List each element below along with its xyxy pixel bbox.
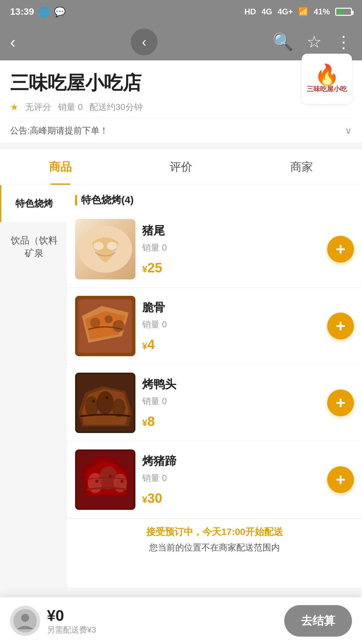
add-to-cart-button[interactable]: + <box>327 236 354 263</box>
svg-point-1 <box>94 242 104 250</box>
product-image-pigtail <box>75 219 135 279</box>
hd-badge: HD <box>244 7 256 16</box>
product-price: ¥8 <box>142 414 320 429</box>
product-sales: 销量 0 <box>142 472 320 484</box>
store-logo: 🔥 三味吃屋小吃 <box>302 54 352 104</box>
svg-point-13 <box>97 391 114 415</box>
product-image-pig-trotter <box>75 449 135 510</box>
product-item: 烤鸭头 销量 0 ¥8 + <box>67 365 362 441</box>
cart-bar: ¥0 另需配送费¥3 去结算 <box>0 597 362 644</box>
product-sales: 销量 0 <box>142 319 320 330</box>
store-name: 三味吃屋小吃店 <box>10 70 352 96</box>
sidebar-item-bbq[interactable]: 特色烧烤 <box>0 185 67 222</box>
svg-point-16 <box>106 396 108 399</box>
star-icon: ★ <box>10 102 18 113</box>
flame-icon: 🔥 <box>307 65 347 85</box>
nav-right: 🔍 ☆ ⋮ <box>273 32 352 52</box>
product-info-pigtail: 猪尾 销量 0 ¥25 <box>142 223 320 275</box>
checkout-button[interactable]: 去结算 <box>284 605 352 637</box>
more-icon[interactable]: ⋮ <box>335 32 352 52</box>
cart-avatar <box>10 606 40 636</box>
nav-left: ‹ <box>10 32 16 52</box>
favorite-icon[interactable]: ☆ <box>307 32 322 52</box>
svg-point-7 <box>90 318 100 328</box>
delivery-notice-bar: 接受预订中，今天17:00开始配送 您当前的位置不在商家配送范围内 <box>67 518 362 560</box>
time-display: 13:39 <box>10 6 34 17</box>
sidebar: 特色烧烤 饮品（饮料矿泉 <box>0 185 67 588</box>
message-icon: 💬 <box>54 6 66 17</box>
tab-merchant[interactable]: 商家 <box>241 149 362 185</box>
add-to-cart-button[interactable]: + <box>327 389 354 416</box>
product-image-crispy-bone <box>75 296 135 356</box>
svg-point-22 <box>95 480 99 483</box>
tab-products[interactable]: 商品 <box>0 149 121 185</box>
svg-point-3 <box>95 249 99 253</box>
status-bar: 13:39 🌐 💬 HD 4G 4G+ 📶 41% <box>0 0 362 23</box>
svg-point-8 <box>105 315 113 323</box>
svg-point-9 <box>113 320 125 332</box>
product-name: 猪尾 <box>142 223 320 238</box>
notice-bar[interactable]: 公告:高峰期请提前下单！ ∨ <box>10 118 352 143</box>
store-delivery-time: 配送约30分钟 <box>89 101 143 113</box>
svg-point-2 <box>107 242 117 250</box>
cart-info: ¥0 另需配送费¥3 <box>47 606 284 635</box>
product-item: 猪尾 销量 0 ¥25 + <box>67 211 362 288</box>
cart-delivery-fee: 另需配送费¥3 <box>47 625 284 635</box>
svg-point-12 <box>85 396 99 416</box>
product-price: ¥4 <box>142 337 320 352</box>
status-right: HD 4G 4G+ 📶 41% <box>244 7 352 16</box>
svg-point-24 <box>120 480 124 483</box>
wifi-icon: 📶 <box>298 7 308 16</box>
tab-bar: 商品 评价 商家 <box>0 149 362 185</box>
notice-text: 公告:高峰期请提前下单！ <box>10 125 345 137</box>
product-sales: 销量 0 <box>142 395 320 407</box>
nav-center: ‹ <box>16 29 273 55</box>
signal-4g: 4G <box>261 7 272 16</box>
battery-bar <box>335 8 352 16</box>
back-button[interactable]: ‹ <box>10 32 16 52</box>
category-header: 特色烧烤(4) <box>67 185 362 211</box>
notice-arrow-icon: ∨ <box>345 125 352 136</box>
content-area: 特色烧烤 饮品（饮料矿泉 特色烧烤(4) <box>0 185 362 588</box>
product-info-trotter: 烤猪蹄 销量 0 ¥30 <box>142 453 320 506</box>
add-to-cart-button[interactable]: + <box>327 313 354 339</box>
sidebar-item-drinks[interactable]: 饮品（饮料矿泉 <box>0 222 67 272</box>
product-sales: 销量 0 <box>142 242 320 254</box>
svg-point-4 <box>112 249 115 253</box>
product-price: ¥30 <box>142 491 320 506</box>
globe-icon: 🌐 <box>38 6 50 17</box>
cart-price: ¥0 <box>47 606 284 625</box>
location-notice-text: 您当前的位置不在商家配送范围内 <box>74 542 355 553</box>
product-price: ¥25 <box>142 260 320 275</box>
add-to-cart-button[interactable]: + <box>327 466 354 493</box>
logo-content: 🔥 三味吃屋小吃 <box>307 65 347 93</box>
product-item: 脆骨 销量 0 ¥4 + <box>67 288 362 365</box>
delivery-notice-text: 接受预订中，今天17:00开始配送 <box>74 526 355 538</box>
svg-point-15 <box>92 400 95 402</box>
product-image-duck-head <box>75 373 135 433</box>
battery-percent: 41% <box>314 7 330 16</box>
nav-center-back[interactable]: ‹ <box>131 29 158 55</box>
product-list: 特色烧烤(4) 猪尾 销量 0 ¥25 <box>67 185 362 588</box>
logo-text: 三味吃屋小吃 <box>307 85 347 93</box>
signal-4gplus: 4G+ <box>278 7 293 16</box>
store-sales: 销量 0 <box>58 101 83 113</box>
tab-reviews[interactable]: 评价 <box>121 149 241 185</box>
status-left: 13:39 🌐 💬 <box>10 6 66 17</box>
product-info-bone: 脆骨 销量 0 ¥4 <box>142 300 320 352</box>
svg-point-26 <box>21 614 29 622</box>
product-name: 烤猪蹄 <box>142 453 320 469</box>
battery-fill <box>337 9 343 14</box>
product-item: 烤猪蹄 销量 0 ¥30 + <box>67 441 362 518</box>
store-header: 🔥 三味吃屋小吃 三味吃屋小吃店 ★ 无评分 销量 0 配送约30分钟 公告:高… <box>0 60 362 143</box>
product-name: 烤鸭头 <box>142 377 320 392</box>
search-icon[interactable]: 🔍 <box>273 32 293 52</box>
store-rating: 无评分 <box>25 101 51 113</box>
svg-point-23 <box>109 475 112 478</box>
product-name: 脆骨 <box>142 300 320 315</box>
store-meta: ★ 无评分 销量 0 配送约30分钟 <box>10 101 352 113</box>
product-info-duck-head: 烤鸭头 销量 0 ¥8 <box>142 377 320 429</box>
